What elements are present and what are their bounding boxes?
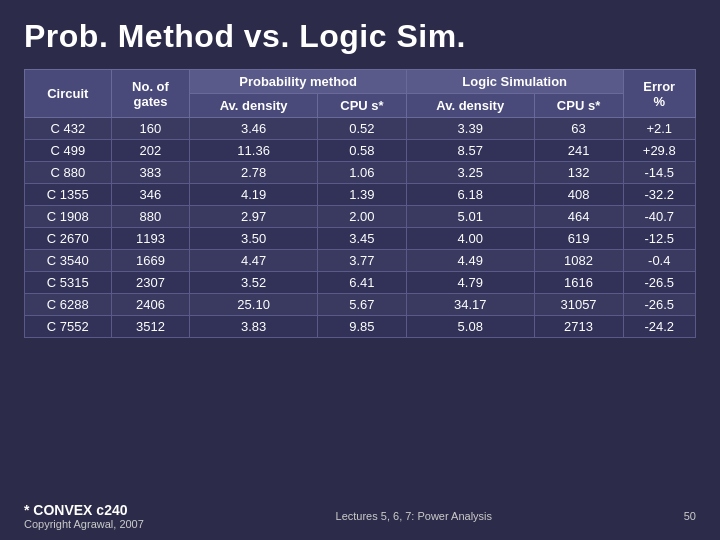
table-cell: 6.18 [406,184,534,206]
footer: * CONVEX c240 Copyright Agrawal, 2007 Le… [24,502,696,530]
table-cell: 4.19 [190,184,318,206]
table-row: C 354016694.473.774.491082-0.4 [25,250,696,272]
table-cell: 1193 [111,228,190,250]
col-gates: No. ofgates [111,70,190,118]
table-cell: 2.97 [190,206,318,228]
table-cell: 34.17 [406,294,534,316]
table-cell: 5.67 [317,294,406,316]
table-cell: 464 [534,206,623,228]
table-cell: -14.5 [623,162,696,184]
table-cell: C 1355 [25,184,112,206]
table-cell: C 880 [25,162,112,184]
table-cell: 346 [111,184,190,206]
table-row: C 267011933.503.454.00619-12.5 [25,228,696,250]
table-cell: -0.4 [623,250,696,272]
table-cell: 11.36 [190,140,318,162]
table-cell: -40.7 [623,206,696,228]
table-cell: 0.52 [317,118,406,140]
table-cell: -24.2 [623,316,696,338]
table-cell: -26.5 [623,294,696,316]
table-cell: 8.57 [406,140,534,162]
table-cell: 160 [111,118,190,140]
table-cell: 1616 [534,272,623,294]
table-row: C 755235123.839.855.082713-24.2 [25,316,696,338]
col-logic-av: Av. density [406,94,534,118]
col-error: Error% [623,70,696,118]
table-cell: 2.00 [317,206,406,228]
footer-right: 50 [684,510,696,522]
table-row: C 19088802.972.005.01464-40.7 [25,206,696,228]
table-cell: C 2670 [25,228,112,250]
table-cell: 3.45 [317,228,406,250]
table-cell: 880 [111,206,190,228]
table-cell: 2307 [111,272,190,294]
table-cell: 2.78 [190,162,318,184]
table-row: C 8803832.781.063.25132-14.5 [25,162,696,184]
table-cell: 5.08 [406,316,534,338]
table-cell: 1669 [111,250,190,272]
header-row-1: Circuit No. ofgates Probability method L… [25,70,696,94]
table-cell: 3.52 [190,272,318,294]
table-cell: 2713 [534,316,623,338]
table-cell: 25.10 [190,294,318,316]
slide-title: Prob. Method vs. Logic Sim. [24,18,696,55]
table-cell: 4.00 [406,228,534,250]
table-cell: +2.1 [623,118,696,140]
table-cell: 3.83 [190,316,318,338]
table-row: C 4321603.460.523.3963+2.1 [25,118,696,140]
col-prob-cpu: CPU s* [317,94,406,118]
table-cell: 4.47 [190,250,318,272]
table-cell: 4.79 [406,272,534,294]
table-cell: 5.01 [406,206,534,228]
table-cell: 9.85 [317,316,406,338]
table-cell: C 432 [25,118,112,140]
table-cell: -26.5 [623,272,696,294]
col-prob-av: Av. density [190,94,318,118]
table-cell: 619 [534,228,623,250]
table-cell: 3.39 [406,118,534,140]
col-logic-cpu: CPU s* [534,94,623,118]
table-cell: 6.41 [317,272,406,294]
table-cell: 3.25 [406,162,534,184]
table-cell: C 6288 [25,294,112,316]
table-cell: 3.50 [190,228,318,250]
table-cell: 1.39 [317,184,406,206]
table-cell: C 5315 [25,272,112,294]
table-cell: C 1908 [25,206,112,228]
table-cell: 3.46 [190,118,318,140]
table-cell: 408 [534,184,623,206]
footer-center: Lectures 5, 6, 7: Power Analysis [336,510,493,522]
col-logic-header: Logic Simulation [406,70,623,94]
copyright: Copyright Agrawal, 2007 [24,518,144,530]
table-cell: -12.5 [623,228,696,250]
table-cell: 3.77 [317,250,406,272]
slide: Prob. Method vs. Logic Sim. Circuit No. … [0,0,720,540]
col-prob-header: Probability method [190,70,407,94]
convex-note: * CONVEX c240 [24,502,144,518]
table-cell: 3512 [111,316,190,338]
table-body: C 4321603.460.523.3963+2.1C 49920211.360… [25,118,696,338]
table-cell: 241 [534,140,623,162]
table-cell: 1.06 [317,162,406,184]
table-cell: 202 [111,140,190,162]
table-cell: C 499 [25,140,112,162]
table-cell: 4.49 [406,250,534,272]
table-cell: C 3540 [25,250,112,272]
table-cell: -32.2 [623,184,696,206]
table-cell: 383 [111,162,190,184]
table-row: C 13553464.191.396.18408-32.2 [25,184,696,206]
table-cell: 63 [534,118,623,140]
table-cell: C 7552 [25,316,112,338]
table-row: C 6288240625.105.6734.1731057-26.5 [25,294,696,316]
table-cell: 1082 [534,250,623,272]
table-cell: +29.8 [623,140,696,162]
table-cell: 31057 [534,294,623,316]
table-cell: 2406 [111,294,190,316]
table-row: C 49920211.360.588.57241+29.8 [25,140,696,162]
table-cell: 0.58 [317,140,406,162]
data-table: Circuit No. ofgates Probability method L… [24,69,696,338]
footer-left: * CONVEX c240 Copyright Agrawal, 2007 [24,502,144,530]
col-circuit: Circuit [25,70,112,118]
table-cell: 132 [534,162,623,184]
table-row: C 531523073.526.414.791616-26.5 [25,272,696,294]
